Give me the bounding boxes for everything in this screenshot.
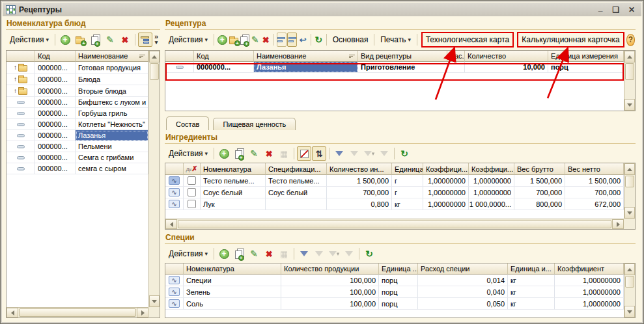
table-row[interactable]: 000000... Бифштекс с луком и ... [7, 97, 148, 108]
icon-column-header[interactable] [165, 51, 194, 62]
copy-button[interactable]: + [232, 247, 246, 261]
spices-vscrollbar[interactable] [624, 263, 635, 317]
checkbox[interactable] [188, 188, 196, 196]
ingredient-qty-column-header[interactable]: Количество ин... [327, 163, 392, 175]
ingredients-actions-button[interactable]: Действия ▾ [165, 147, 211, 160]
quantity-column-header[interactable]: Количество [465, 51, 548, 62]
list-view-toggle[interactable] [277, 33, 287, 47]
scroll-thumb[interactable] [625, 63, 634, 80]
edit-button[interactable]: ✎ [103, 33, 117, 47]
totals-button[interactable]: ▦ [277, 247, 291, 261]
scroll-down-button[interactable] [624, 99, 635, 111]
copy-button[interactable]: + [232, 146, 246, 161]
refresh-button[interactable]: ↻ [362, 247, 376, 261]
table-row-selected[interactable]: 000000... Лазанья [7, 130, 148, 141]
scroll-thumb[interactable] [19, 308, 136, 317]
help-button[interactable]: ? [626, 34, 635, 46]
ingredient-row[interactable]: ∿ Соус белый Соус белый 700,000 г 1,0000… [165, 187, 624, 198]
scroll-down-button[interactable] [624, 306, 635, 317]
refresh-button[interactable]: ↻ [397, 146, 412, 161]
copy-button[interactable]: + [88, 33, 102, 47]
name-column-header[interactable]: Наименование [76, 51, 148, 62]
unit-column-header[interactable]: Единица измерения [548, 51, 624, 62]
sort-order-toggle[interactable]: ⇅ [312, 146, 326, 161]
table-row[interactable]: 000000... семга с сыром [7, 163, 148, 174]
consumption-column-header[interactable]: Рас... [447, 51, 465, 62]
net-weight-column-header[interactable]: Вес нетто [565, 163, 624, 175]
hierarchical-list-toggle[interactable] [287, 33, 297, 47]
name-column-header[interactable]: Наименование [254, 51, 358, 62]
scroll-thumb[interactable] [625, 276, 634, 288]
table-row[interactable]: ↑ 000000... Блюда [7, 74, 148, 85]
add-button[interactable]: + [217, 33, 228, 47]
edit-button[interactable]: ✎ [247, 146, 261, 161]
coefficient2-column-header[interactable]: Коэффици... [469, 163, 514, 175]
ingredient-row[interactable]: ∿ Лук 0,800 кг 1,00000000 1 000,0000... … [165, 198, 624, 210]
table-row[interactable]: ↑ 000000... Вторые блюда [7, 85, 148, 97]
scroll-thumb[interactable] [178, 220, 611, 228]
gross-weight-column-header[interactable]: Вес брутто [514, 163, 565, 175]
refresh-button[interactable]: ↻ [314, 33, 324, 47]
maximize-button[interactable]: ❑ [609, 5, 623, 15]
unit-column-header[interactable]: Единица ... [379, 263, 418, 275]
scroll-up-button[interactable] [149, 51, 160, 62]
print-button[interactable]: Печать ▾ [377, 33, 414, 46]
scroll-thumb[interactable] [150, 63, 159, 80]
icon-column-header[interactable] [165, 163, 184, 175]
add-button[interactable]: + [217, 146, 231, 161]
checkbox[interactable] [188, 176, 196, 185]
delete-button[interactable]: ✖ [118, 33, 132, 47]
recipe-row[interactable]: 0000000... Лазанья Приготовление 10,000 … [165, 62, 624, 73]
table-row[interactable]: 000000... Семга с грибами [7, 152, 148, 163]
nomenclature-column-header[interactable]: Номенклатура [201, 163, 266, 175]
filter-button[interactable] [312, 247, 326, 261]
filter-settings-button[interactable] [332, 146, 346, 161]
close-button[interactable]: ✕ [625, 5, 638, 15]
code-column-header[interactable]: Код [35, 51, 76, 62]
filter-by-value-button[interactable]: ▾ [362, 146, 376, 161]
scroll-down-button[interactable] [624, 207, 635, 219]
minimize-button[interactable]: _ [594, 5, 607, 15]
spice-row[interactable]: ∿ Соль 100,000 порц 0,050 кг 1,00000000 [165, 298, 624, 310]
edit-button[interactable]: ✎ [250, 33, 260, 47]
scroll-down-button[interactable] [149, 295, 160, 307]
scroll-left-button[interactable] [165, 219, 177, 229]
scroll-up-button[interactable] [624, 263, 635, 275]
left-actions-button[interactable]: Действия ▾ [7, 33, 52, 46]
clear-filter-button[interactable] [377, 146, 391, 161]
checkbox[interactable] [188, 200, 196, 208]
nomenclature-column-header[interactable]: Номенклатура [184, 263, 281, 275]
tech-card-button[interactable]: Технологическая карта [423, 33, 513, 46]
copy-button[interactable]: + [240, 33, 249, 47]
delete-button[interactable]: ✖ [262, 146, 276, 161]
ingredients-hscrollbar[interactable] [165, 219, 624, 229]
tab-nutrition[interactable]: Пищевая ценность [213, 118, 296, 130]
recipe-actions-button[interactable]: Действия ▾ [165, 33, 211, 46]
unit-column-header[interactable]: Единица [392, 163, 423, 175]
tab-composition[interactable]: Состав [166, 116, 209, 130]
spice-row[interactable]: ∿ Специи 100,000 порц 0,014 кг 1,0000000… [165, 275, 624, 286]
scroll-up-button[interactable] [624, 51, 635, 62]
coefficient-column-header[interactable]: Коэффициент [555, 263, 624, 275]
specification-column-header[interactable]: Спецификаци... [266, 163, 327, 175]
icon-column-header[interactable] [165, 263, 184, 275]
scroll-left-button[interactable] [7, 308, 18, 317]
hierarchy-view-toggle[interactable] [138, 33, 152, 47]
move-item-button[interactable]: ↩ [298, 33, 307, 47]
table-row[interactable]: 000000... Горбуша гриль [7, 108, 148, 119]
scroll-thumb[interactable] [625, 176, 634, 187]
scroll-right-button[interactable] [137, 308, 148, 317]
delete-button[interactable]: ✖ [261, 33, 271, 47]
coefficient1-column-header[interactable]: Коэффици... [423, 163, 469, 175]
code-column-header[interactable]: Код [194, 51, 254, 62]
main-button[interactable]: Основная [329, 33, 372, 46]
clear-filter-button[interactable] [342, 247, 356, 261]
dish-table-vscrollbar[interactable] [148, 51, 160, 307]
add-group-button[interactable]: + [73, 33, 87, 47]
recipe-table-vscrollbar[interactable] [624, 51, 635, 111]
table-row[interactable]: 000000... Пельмени [7, 141, 148, 152]
add-group-button[interactable]: + [229, 33, 239, 47]
selected-cell[interactable]: Лазанья [254, 62, 358, 73]
add-button[interactable]: + [217, 247, 231, 261]
table-row[interactable]: 000000... Котлеты "Нежность" [7, 119, 148, 130]
